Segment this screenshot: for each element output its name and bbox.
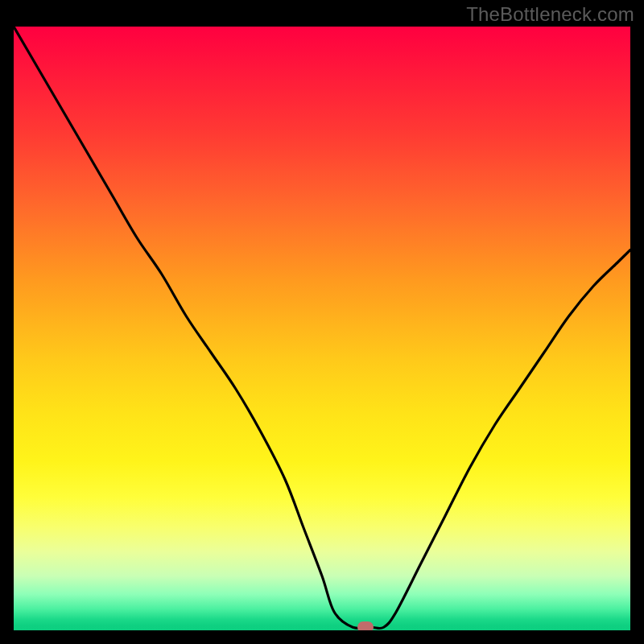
watermark-text: TheBottleneck.com xyxy=(466,3,634,26)
chart-frame: TheBottleneck.com xyxy=(0,0,644,644)
plot-area xyxy=(14,27,630,630)
optimal-point-marker xyxy=(357,621,374,630)
bottleneck-curve xyxy=(14,27,630,630)
